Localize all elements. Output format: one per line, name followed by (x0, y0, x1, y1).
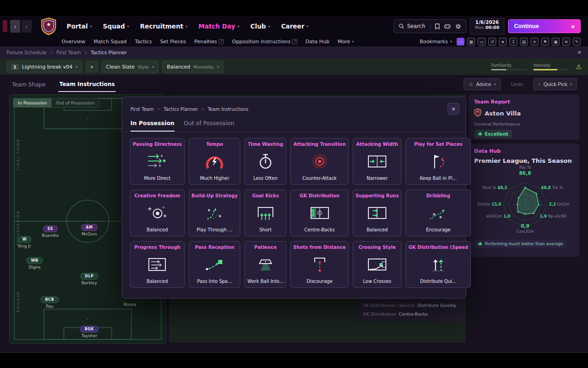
dialog-crumb-tactics-planner[interactable]: Tactics Planner (164, 107, 198, 112)
subnav-item-opposition-instructions[interactable]: Opposition Instructions↗ (232, 39, 297, 45)
dialog-crumb-team-instructions[interactable]: Team Instructions (208, 107, 248, 112)
time-wasting-card[interactable]: Time WastingLess Often (244, 138, 286, 185)
passing-directness-card[interactable]: Passing DirectnessMore Direct (130, 138, 185, 185)
subnav-item-set-pieces[interactable]: Set Pieces (160, 39, 186, 45)
team-name[interactable]: Aston Villa (485, 110, 521, 117)
nav-item-recruitment[interactable]: Recruitment▾ (140, 23, 187, 30)
undo-button[interactable]: Undo (506, 78, 527, 90)
patience-card[interactable]: PatienceWork Ball Into... (244, 241, 286, 288)
tablet-icon[interactable]: ▭ (478, 38, 486, 46)
calendar-icon[interactable]: ▣ (552, 38, 560, 46)
continue-button[interactable]: Continue » (508, 19, 581, 33)
bookmark-icon[interactable] (435, 23, 440, 29)
instruction-row[interactable]: GK DistributionCentre-Backs (363, 311, 459, 316)
devices-icon[interactable] (444, 24, 451, 29)
nav-item-portal[interactable]: Portal▾ (67, 23, 92, 30)
pitch-toggle-out-of-possession[interactable]: Out of Possession (51, 98, 99, 107)
subnav-item-match-squad[interactable]: Match Squad (94, 39, 127, 45)
team-report-panel: Team Report Aston Villa General Performa… (469, 94, 580, 140)
card-title: Crossing Style (359, 245, 396, 250)
crossing-style-card[interactable]: Crossing StyleLow Crosses (353, 241, 401, 288)
external-link-icon: ↗ (219, 39, 224, 44)
player-mcginn[interactable]: AMMcGinn (81, 224, 97, 236)
advice-button[interactable]: ☆ Advice ▾ (464, 78, 501, 90)
close-dialog-button[interactable]: ✕ (447, 103, 459, 115)
tab-team-shape[interactable]: Team Shape (11, 77, 46, 92)
sync-icon[interactable]: ↺ (488, 38, 496, 46)
data-hub-heading[interactable]: Premier League, This Season (474, 157, 574, 164)
mentality-selector[interactable]: Balanced Mentality ▾ (162, 61, 223, 73)
nav-item-career[interactable]: Career▾ (281, 23, 309, 30)
chevron-down-icon: ▾ (76, 65, 78, 69)
game-date[interactable]: 1/6/2026 Mon00:00 (470, 18, 504, 34)
player-barkley[interactable]: DLPBarkley (80, 273, 98, 285)
club-badge[interactable] (41, 17, 57, 35)
pass-reception-card[interactable]: Pass ReceptionPass Into Spa... (189, 241, 241, 288)
subnav-item-tactics[interactable]: Tactics (135, 39, 152, 45)
player-taysher[interactable]: BGKTaysher (80, 326, 98, 338)
card-value: Balanced (367, 227, 388, 232)
shirt-icon[interactable]: ▦ (467, 38, 475, 46)
quick-pick-button[interactable]: ↑ Quick Pick ▾ (533, 78, 577, 90)
pitch-toggle-in-possession[interactable]: In Possession (13, 98, 51, 107)
goal-kicks-card[interactable]: Goal KicksShort (244, 190, 286, 236)
breadcrumb-separator: > (157, 107, 161, 111)
crumb-fixture-schedule[interactable]: Fixture Schedule (6, 50, 46, 55)
player-digne[interactable]: WBDigne (26, 257, 43, 270)
close-icon[interactable]: ✕ (577, 50, 582, 56)
instruction-value: Centre-Backs (399, 311, 428, 316)
radar-axis-conc-gm: 0,9Conc/Gm (516, 223, 534, 234)
notes-icon[interactable]: ✎ (573, 38, 581, 46)
instruction-value: Distribute Quickly (417, 303, 456, 308)
nav-item-squad[interactable]: Squad▾ (103, 23, 129, 30)
forward-button[interactable]: › (22, 20, 32, 33)
warning-icon[interactable]: ⚠ (576, 63, 582, 70)
crumb-first-team[interactable]: First Team (57, 50, 81, 55)
dialog-tab-in-possession[interactable]: In Possession (130, 120, 175, 132)
dribbling-card[interactable]: DribblingEncourage (406, 190, 471, 236)
subnav-item-overview[interactable]: Overview (62, 39, 85, 45)
gk-distribution-card[interactable]: GK DistributionCentre-Backs (290, 190, 349, 236)
search-button[interactable]: Search (399, 23, 425, 29)
player-iling-jr[interactable]: WIling Jr (18, 236, 31, 248)
dialog-tab-out-of-possession[interactable]: Out of Possession (184, 120, 234, 132)
tactic-selector[interactable]: 1 Lightning break v04 ▾ (6, 61, 82, 73)
back-button[interactable]: ‹ (10, 20, 20, 33)
finance-icon[interactable]: ¤ (531, 38, 538, 46)
tempo-card[interactable]: TempoMuch Higher (189, 138, 241, 185)
possession-toggle: In PossessionOut of Possession (13, 98, 100, 108)
bookmarks-dropdown[interactable]: Bookmarks ▾ (420, 39, 452, 45)
gk-distribution-speed-card[interactable]: GK Distribution (SpeedDistribute Qui... (406, 241, 471, 288)
add-tactic-button[interactable]: + (86, 61, 98, 72)
download-icon[interactable]: ↧ (509, 38, 517, 46)
creative-freedom-card[interactable]: Creative FreedomBalanced (130, 190, 185, 236)
build-up-strategy-card[interactable]: Build-Up StrategyPlay Through ... (189, 190, 241, 236)
style-selector[interactable]: Clean Slate Style ▾ (102, 61, 158, 73)
nav-item-match-day[interactable]: Match Day▾ (198, 23, 239, 30)
supporting-runs-card[interactable]: Supporting RunsBalanced (353, 190, 401, 236)
subnav-item-label: Overview (62, 39, 85, 45)
chat-icon[interactable]: ⋯ (457, 38, 464, 46)
subnav-item-more[interactable]: More▾ (338, 39, 354, 45)
progress-through-card[interactable]: Progress ThroughBalanced (130, 241, 185, 288)
shots-from-distance-card[interactable]: Shots from DistanceDiscourage (290, 241, 349, 288)
tab-team-instructions[interactable]: Team Instructions (58, 76, 116, 92)
trophy-icon[interactable]: ★ (499, 38, 507, 46)
player-konsa[interactable]: Konsa (124, 302, 136, 307)
attacking-transition-card[interactable]: Attacking TransitionCounter-Attack (290, 138, 349, 185)
player-buendia[interactable]: SSBuendia (42, 225, 59, 238)
report-icon[interactable]: ▤ (520, 38, 528, 46)
nav-item-club[interactable]: Club▾ (250, 23, 270, 30)
play-for-set-pieces-card[interactable]: Play for Set PiecesKeep Ball in Pl... (406, 138, 471, 185)
dialog-crumb-first-team[interactable]: First Team (130, 107, 154, 112)
set-pieces-icon (428, 147, 449, 176)
attacking-width-card[interactable]: Attacking WidthNarrower (353, 138, 401, 185)
news-icon[interactable]: ≡ (562, 38, 570, 46)
subnav-item-data-hub[interactable]: Data Hub (305, 39, 329, 45)
player-pau[interactable]: BCBPau (40, 296, 59, 309)
subnav-item-penalties[interactable]: Penalties↗ (194, 39, 224, 45)
settings-gear-icon[interactable] (455, 23, 461, 29)
flag-icon[interactable]: ⚑ (541, 38, 549, 46)
instruction-row[interactable]: GK Distribution (Speed)Distribute Quickl… (363, 303, 459, 308)
crumb-tactics-planner[interactable]: Tactics Planner (91, 50, 127, 55)
